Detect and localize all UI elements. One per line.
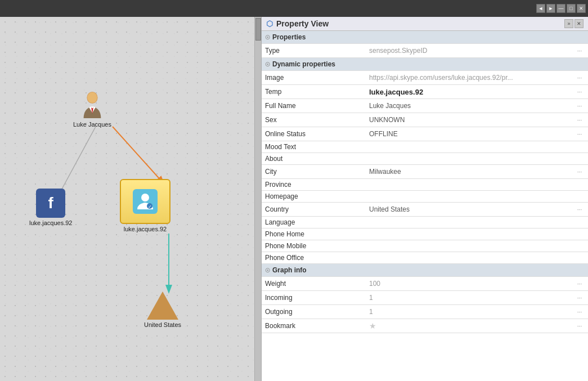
table-row[interactable]: Province bbox=[262, 179, 588, 191]
star-icon[interactable]: ★ bbox=[369, 321, 376, 330]
table-row[interactable]: Temp luke.jacques.92 ··· bbox=[262, 85, 588, 99]
expand-btn[interactable]: ··· bbox=[574, 279, 585, 289]
expand-btn[interactable]: ··· bbox=[574, 167, 585, 177]
cell-action[interactable]: ··· bbox=[571, 319, 588, 333]
cell-action[interactable]: ··· bbox=[571, 127, 588, 141]
cell-action-empty bbox=[571, 240, 588, 252]
cell-name: Mood Text bbox=[262, 141, 366, 153]
prop-expand-btn[interactable]: » bbox=[564, 19, 573, 28]
cell-value: luke.jacques.92 bbox=[366, 85, 571, 99]
expand-btn[interactable]: ··· bbox=[574, 87, 585, 97]
property-title-text: Property View bbox=[276, 19, 329, 28]
maximize-btn[interactable]: □ bbox=[567, 4, 576, 13]
cell-name: Language bbox=[262, 217, 366, 228]
property-header-buttons: » ✕ bbox=[564, 19, 583, 28]
cell-name: Bookmark bbox=[262, 319, 366, 333]
table-row[interactable]: Phone Mobile bbox=[262, 240, 588, 252]
svg-point-4 bbox=[87, 92, 97, 103]
cell-name: Incoming bbox=[262, 291, 366, 305]
expand-btn[interactable]: ··· bbox=[574, 293, 585, 303]
property-table: ☉Properties Type sensepost.SkypeID ··· ☉… bbox=[262, 31, 588, 333]
cell-name: Weight bbox=[262, 277, 366, 291]
cell-action-empty bbox=[571, 228, 588, 240]
table-row[interactable]: Country United States ··· bbox=[262, 203, 588, 217]
table-row[interactable]: Full Name Luke Jacques ··· bbox=[262, 99, 588, 113]
cell-action[interactable]: ··· bbox=[571, 71, 588, 85]
table-row[interactable]: Homepage bbox=[262, 191, 588, 203]
table-row[interactable]: Sex UNKNOWN ··· bbox=[262, 113, 588, 127]
cell-action[interactable]: ··· bbox=[571, 203, 588, 217]
table-row[interactable]: About bbox=[262, 153, 588, 165]
table-row[interactable]: Mood Text bbox=[262, 141, 588, 153]
cell-name: Full Name bbox=[262, 99, 366, 113]
node-skype[interactable]: ✓ luke.jacques.92 bbox=[120, 179, 170, 232]
cell-action[interactable]: ··· bbox=[571, 291, 588, 305]
graph-canvas[interactable]: Luke Jacques f luke.jacques.92 bbox=[0, 17, 261, 381]
graph-scrollbar[interactable] bbox=[254, 17, 261, 381]
table-row[interactable]: Online Status OFFLINE ··· bbox=[262, 127, 588, 141]
section-icon-graphinfo: ☉ bbox=[265, 267, 270, 274]
svg-text:✓: ✓ bbox=[148, 204, 152, 209]
cell-action-empty bbox=[571, 252, 588, 264]
cell-name: About bbox=[262, 153, 366, 165]
close-btn[interactable]: ✕ bbox=[577, 4, 586, 13]
node-usa[interactable]: United States bbox=[144, 292, 181, 328]
cell-action[interactable]: ··· bbox=[571, 305, 588, 319]
nav-back-btn[interactable]: ◄ bbox=[536, 4, 545, 13]
cell-action-empty bbox=[571, 153, 588, 165]
cell-name: Country bbox=[262, 203, 366, 217]
table-row[interactable]: Phone Office bbox=[262, 252, 588, 264]
skype-node-box: ✓ bbox=[120, 179, 170, 224]
skype-label: luke.jacques.92 bbox=[124, 226, 167, 232]
nav-forward-btn[interactable]: ► bbox=[546, 4, 555, 13]
graph-scroll-thumb[interactable] bbox=[255, 18, 261, 41]
section-icon-properties: ☉ bbox=[265, 34, 270, 41]
expand-btn[interactable]: ··· bbox=[574, 321, 585, 331]
cell-value bbox=[366, 153, 571, 165]
table-row[interactable]: Language bbox=[262, 217, 588, 228]
cell-action-empty bbox=[571, 179, 588, 191]
cell-name: City bbox=[262, 165, 366, 179]
expand-btn[interactable]: ··· bbox=[574, 101, 585, 111]
table-row[interactable]: City Milwaukee ··· bbox=[262, 165, 588, 179]
table-row[interactable]: Weight 100 ··· bbox=[262, 277, 588, 291]
cell-action[interactable]: ··· bbox=[571, 277, 588, 291]
prop-close-btn[interactable]: ✕ bbox=[574, 19, 583, 28]
expand-btn[interactable]: ··· bbox=[574, 73, 585, 83]
usa-label: United States bbox=[144, 321, 181, 328]
cell-name: Online Status bbox=[262, 127, 366, 141]
cell-name: Phone Office bbox=[262, 252, 366, 264]
cell-value: Luke Jacques bbox=[366, 99, 571, 113]
facebook-label: luke.jacques.92 bbox=[29, 219, 72, 226]
cell-action[interactable]: ··· bbox=[571, 85, 588, 99]
property-header: ⬡ Property View » ✕ bbox=[262, 17, 588, 31]
expand-btn[interactable]: ··· bbox=[574, 307, 585, 317]
svg-line-0 bbox=[59, 127, 96, 194]
cell-action[interactable]: ··· bbox=[571, 99, 588, 113]
expand-btn[interactable]: ··· bbox=[574, 204, 585, 214]
node-luke-person[interactable]: Luke Jacques bbox=[73, 90, 111, 128]
expand-btn[interactable]: ··· bbox=[574, 129, 585, 139]
table-row[interactable]: Outgoing 1 ··· bbox=[262, 305, 588, 319]
minimize-btn[interactable]: — bbox=[556, 4, 565, 13]
table-row[interactable]: Phone Home bbox=[262, 228, 588, 240]
cell-value: sensepost.SkypeID bbox=[366, 44, 571, 58]
section-header-graphinfo: ☉Graph info bbox=[262, 264, 588, 277]
section-header-dynamic: ☉Dynamic properties bbox=[262, 58, 588, 71]
cell-value bbox=[366, 179, 571, 191]
property-title: ⬡ Property View bbox=[266, 19, 329, 28]
expand-btn[interactable]: ··· bbox=[574, 46, 585, 56]
expand-btn[interactable]: ··· bbox=[574, 115, 585, 125]
table-row[interactable]: Type sensepost.SkypeID ··· bbox=[262, 44, 588, 58]
table-row[interactable]: Bookmark ★ ··· bbox=[262, 319, 588, 333]
cell-name: Outgoing bbox=[262, 305, 366, 319]
cell-value bbox=[366, 141, 571, 153]
cell-action[interactable]: ··· bbox=[571, 113, 588, 127]
cell-action[interactable]: ··· bbox=[571, 44, 588, 58]
cell-action[interactable]: ··· bbox=[571, 165, 588, 179]
svg-point-5 bbox=[141, 194, 149, 201]
table-row[interactable]: Image https://api.skype.com/users/luke.j… bbox=[262, 71, 588, 85]
node-facebook[interactable]: f luke.jacques.92 bbox=[29, 189, 72, 226]
property-panel: ⬡ Property View » ✕ ☉Properties Type sen… bbox=[262, 17, 588, 381]
table-row[interactable]: Incoming 1 ··· bbox=[262, 291, 588, 305]
